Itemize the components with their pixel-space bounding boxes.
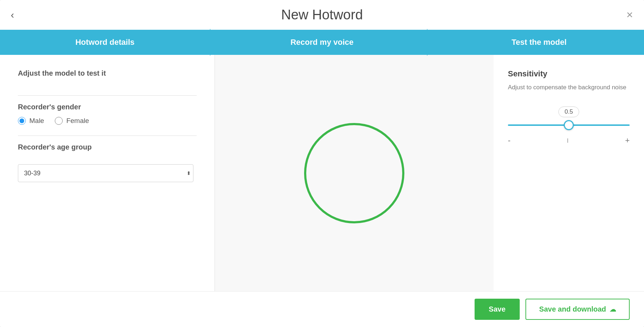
radio-male-input[interactable] bbox=[18, 117, 26, 125]
radio-male[interactable]: Male bbox=[18, 117, 44, 125]
save-download-button[interactable]: Save and download ☁ bbox=[525, 299, 630, 320]
modal-footer: Save Save and download ☁ bbox=[0, 291, 644, 327]
radio-male-label: Male bbox=[29, 117, 44, 125]
slider-plus-button[interactable]: + bbox=[625, 136, 630, 145]
slider-value-wrapper: 0.5 bbox=[508, 106, 630, 117]
steps-bar: Hotword details Record my voice Test the… bbox=[0, 30, 644, 55]
left-panel: Adjust the model to test it Recorder's g… bbox=[0, 55, 215, 291]
slider-tick bbox=[567, 138, 568, 143]
close-icon: ✕ bbox=[626, 10, 633, 20]
gender-label: Recorder's gender bbox=[18, 103, 197, 111]
save-download-label: Save and download bbox=[539, 305, 606, 313]
step-hotword-details[interactable]: Hotword details bbox=[0, 30, 210, 55]
modal-body: Adjust the model to test it Recorder's g… bbox=[0, 55, 644, 291]
sensitivity-title: Sensitivity bbox=[508, 69, 630, 79]
slider-container bbox=[508, 121, 630, 127]
modal-header: ‹ New Hotword ✕ bbox=[0, 0, 644, 30]
back-icon: ‹ bbox=[11, 9, 14, 21]
sensitivity-slider[interactable] bbox=[508, 124, 630, 126]
step-test-model[interactable]: Test the model bbox=[427, 30, 644, 55]
divider-1 bbox=[18, 95, 197, 96]
save-button[interactable]: Save bbox=[475, 299, 520, 320]
radio-female-label: Female bbox=[66, 117, 89, 125]
age-select-wrapper: Under 20 20-29 30-39 40-49 50-59 60+ ⬍ bbox=[18, 164, 197, 182]
sensitivity-description: Adjust to compensate the background nois… bbox=[508, 83, 630, 92]
age-select[interactable]: Under 20 20-29 30-39 40-49 50-59 60+ bbox=[18, 164, 193, 182]
age-label: Recorder's age group bbox=[18, 143, 197, 151]
center-panel bbox=[215, 55, 494, 291]
radio-female-input[interactable] bbox=[55, 117, 63, 125]
gender-radio-group: Male Female bbox=[18, 117, 197, 125]
modal-container: ‹ New Hotword ✕ Hotword details Record m… bbox=[0, 0, 644, 327]
circle-indicator bbox=[304, 123, 404, 223]
divider-2 bbox=[18, 136, 197, 136]
radio-female[interactable]: Female bbox=[55, 117, 89, 125]
step-record-voice[interactable]: Record my voice bbox=[210, 30, 427, 55]
section-title: Adjust the model to test it bbox=[18, 69, 197, 77]
slider-marks: - + bbox=[508, 136, 630, 145]
back-button[interactable]: ‹ bbox=[11, 9, 14, 21]
download-icon: ☁ bbox=[610, 305, 616, 313]
slider-value-display: 0.5 bbox=[558, 106, 579, 117]
slider-minus-button[interactable]: - bbox=[508, 136, 510, 145]
modal-title: New Hotword bbox=[281, 7, 363, 23]
right-panel: Sensitivity Adjust to compensate the bac… bbox=[494, 55, 644, 291]
close-button[interactable]: ✕ bbox=[626, 10, 633, 20]
